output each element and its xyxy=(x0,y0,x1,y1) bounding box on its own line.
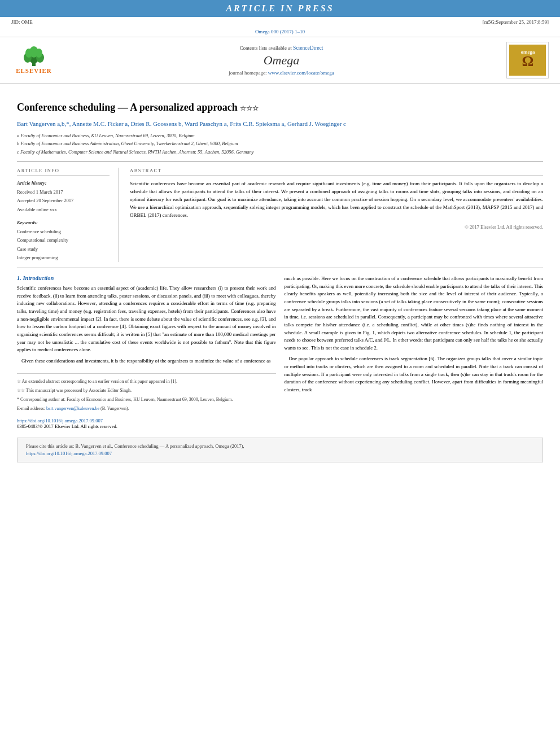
body-col-right: much as possible. Here we focus on the c… xyxy=(285,275,544,429)
keyword-1: Conference scheduling xyxy=(17,228,110,236)
footnotes: ☆ An extended abstract corresponding to … xyxy=(17,373,276,412)
issn-text: 0305-0483/© 2017 Elsevier Ltd. All right… xyxy=(17,423,117,429)
svg-point-5 xyxy=(25,49,32,58)
journal-title: Omega xyxy=(68,53,495,68)
footnote-2-text: This manuscript was processed by Associa… xyxy=(26,388,132,393)
footnote-1-symbol: ☆ xyxy=(17,379,22,384)
top-meta: JID: OME [m5G;September 25, 2017;8:59] xyxy=(0,17,560,27)
intro-heading: 1. Introduction xyxy=(17,275,276,281)
intro-text-right: much as possible. Here we focus on the c… xyxy=(285,275,544,394)
journal-header: ELSEVIER Contents lists available at Sci… xyxy=(0,37,560,84)
main-content: Conference scheduling — A personalized a… xyxy=(0,84,560,471)
jid-label: JID: OME xyxy=(11,19,33,25)
divider-2 xyxy=(17,268,543,268)
article-title: Conference scheduling — A personalized a… xyxy=(17,101,543,115)
authors: Bart Vangerven a,b,*, Annette M.C. Ficke… xyxy=(17,119,543,129)
body-col-left: 1. Introduction Scientific conferences h… xyxy=(17,275,276,429)
intro-para-2: Given these considerations and investmen… xyxy=(17,357,276,365)
processing-info: [m5G;September 25, 2017;8:59] xyxy=(483,19,549,25)
affiliation-c: c Faculty of Mathematics, Computer Scien… xyxy=(17,148,543,156)
intro-text-left: Scientific conferences have become an es… xyxy=(17,285,276,365)
footnote-1: ☆ An extended abstract corresponding to … xyxy=(17,378,276,385)
email-link[interactable]: bart.vangerven@kuleuven.be xyxy=(46,406,99,411)
omega-logo: omega Ω xyxy=(506,42,549,78)
received-date: Received 1 March 2017 xyxy=(17,188,110,196)
body-columns: 1. Introduction Scientific conferences h… xyxy=(17,275,543,429)
doi-section: https://doi.org/10.1016/j.omega.2017.09.… xyxy=(17,418,276,429)
intro-para-col2-1: much as possible. Here we focus on the c… xyxy=(285,275,544,352)
svg-point-6 xyxy=(36,49,42,58)
journal-homepage-link[interactable]: www.elsevier.com/locate/omega xyxy=(268,70,334,76)
accepted-date: Accepted 20 September 2017 xyxy=(17,196,110,205)
available-date: Available online xxx xyxy=(17,206,110,214)
intro-para-col2-2: One popular approach to schedule confere… xyxy=(285,355,544,394)
title-stars: ☆☆☆ xyxy=(240,104,259,112)
article-dates: Received 1 March 2017 Accepted 20 Septem… xyxy=(17,188,110,214)
sciencedirect-link[interactable]: ScienceDirect xyxy=(293,45,323,51)
footnote-4-suffix: (B. Vangerven). xyxy=(100,406,129,411)
divider-1 xyxy=(17,161,543,162)
keywords-list: Conference scheduling Computational comp… xyxy=(17,228,110,262)
footnote-2-symbol: ☆☆ xyxy=(17,388,26,393)
affiliation-b: b Faculty of Economics and Business Admi… xyxy=(17,139,543,147)
elsevier-text: ELSEVIER xyxy=(16,67,52,74)
doi-link[interactable]: https://doi.org/10.1016/j.omega.2017.09.… xyxy=(17,418,103,423)
footnote-4: E-mail address: bart.vangerven@kuleuven.… xyxy=(17,405,276,412)
keyword-3: Case study xyxy=(17,245,110,254)
journal-center: Contents lists available at ScienceDirec… xyxy=(56,45,506,76)
affiliations: a Faculty of Economics and Business, KU … xyxy=(17,132,543,156)
citation-bar: Please cite this article as: B. Vangerve… xyxy=(17,438,543,462)
journal-ref-link[interactable]: Omega 000 (2017) 1–10 xyxy=(255,29,305,34)
abstract-section: ABSTRACT Scientific conferences have bec… xyxy=(130,168,543,262)
citation-text: Please cite this article as: B. Vangerve… xyxy=(26,443,244,449)
keywords-label: Keywords: xyxy=(17,220,110,225)
history-label: Article history: xyxy=(17,180,110,186)
info-abstract-section: ARTICLE INFO Article history: Received 1… xyxy=(17,168,543,262)
keyword-4: Integer programming xyxy=(17,254,110,262)
footnote-3: * Corresponding author at: Faculty of Ec… xyxy=(17,396,276,403)
keyword-2: Computational complexity xyxy=(17,236,110,244)
elsevier-logo: ELSEVIER xyxy=(11,45,56,76)
footnote-1-text: An extended abstract corresponding to an… xyxy=(22,379,177,384)
contents-label: Contents lists available at xyxy=(240,45,292,51)
svg-text:Ω: Ω xyxy=(522,53,533,69)
citation-doi-link[interactable]: https://doi.org/10.1016/j.omega.2017.09.… xyxy=(26,451,112,456)
abstract-title: ABSTRACT xyxy=(130,168,543,176)
footnote-3-text: Corresponding author at: Faculty of Econ… xyxy=(20,397,233,402)
article-info: ARTICLE INFO Article history: Received 1… xyxy=(17,168,119,262)
intro-para-1: Scientific conferences have become an es… xyxy=(17,285,276,354)
article-in-press-banner: ARTICLE IN PRESS xyxy=(0,0,560,17)
email-label: E-mail address: xyxy=(17,406,45,411)
copyright: © 2017 Elsevier Ltd. All rights reserved… xyxy=(130,224,543,230)
footnote-2: ☆☆ This manuscript was processed by Asso… xyxy=(17,387,276,394)
affiliation-a: a Faculty of Economics and Business, KU … xyxy=(17,132,543,139)
journal-homepage: journal homepage: www.elsevier.com/locat… xyxy=(68,70,495,76)
article-info-title: ARTICLE INFO xyxy=(17,168,110,176)
abstract-text: Scientific conferences have become an es… xyxy=(130,180,543,220)
